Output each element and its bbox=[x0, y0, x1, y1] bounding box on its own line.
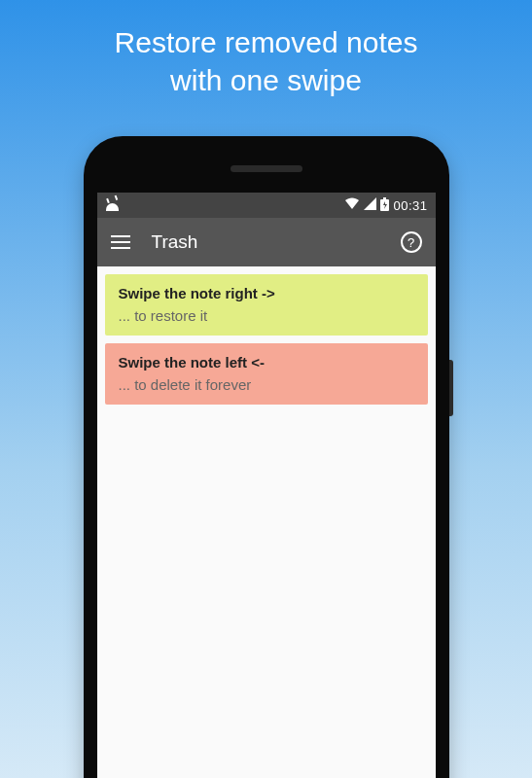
note-title: Swipe the note left <- bbox=[119, 354, 414, 371]
promo-line-1: Restore removed notes bbox=[115, 26, 418, 58]
note-card[interactable]: Swipe the note left <- ... to delete it … bbox=[105, 343, 428, 405]
phone-speaker bbox=[231, 165, 302, 172]
status-clock: 00:31 bbox=[393, 198, 427, 213]
phone-power-button bbox=[449, 360, 453, 416]
note-title: Swipe the note right -> bbox=[119, 285, 414, 301]
svg-rect-1 bbox=[383, 197, 386, 199]
note-body: ... to restore it bbox=[119, 307, 414, 324]
signal-icon bbox=[364, 197, 376, 213]
help-icon: ? bbox=[408, 235, 414, 250]
phone-frame: 00:31 Trash ? Swipe the note right -> ..… bbox=[84, 136, 449, 778]
app-bar-title: Trash bbox=[152, 231, 198, 253]
promo-line-2: with one swipe bbox=[170, 64, 362, 96]
status-left bbox=[105, 199, 120, 211]
menu-icon[interactable] bbox=[111, 235, 130, 249]
note-body: ... to delete it forever bbox=[119, 376, 414, 393]
status-right: 00:31 bbox=[344, 197, 427, 214]
help-button[interactable]: ? bbox=[401, 231, 422, 253]
promo-title: Restore removed notes with one swipe bbox=[0, 0, 532, 99]
phone-screen: 00:31 Trash ? Swipe the note right -> ..… bbox=[97, 193, 436, 778]
wifi-icon bbox=[344, 197, 360, 213]
note-card[interactable]: Swipe the note right -> ... to restore i… bbox=[105, 274, 428, 336]
notes-list: Swipe the note right -> ... to restore i… bbox=[97, 266, 436, 420]
status-bar: 00:31 bbox=[97, 193, 436, 218]
battery-icon bbox=[380, 197, 389, 214]
app-bar: Trash ? bbox=[97, 218, 436, 266]
android-icon bbox=[105, 199, 120, 211]
